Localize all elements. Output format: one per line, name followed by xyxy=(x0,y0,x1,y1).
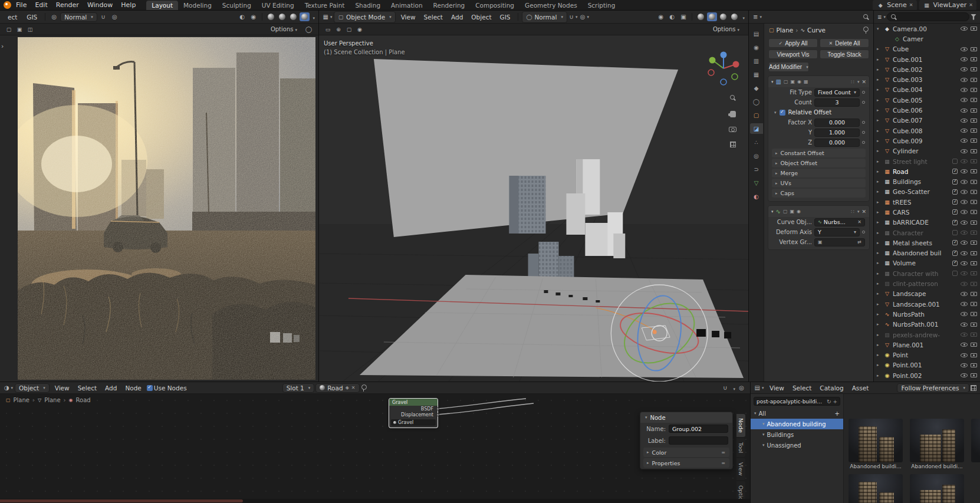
material-datablock-field[interactable]: Road ◈ ✕ xyxy=(315,383,359,393)
use-nodes-checkbox[interactable] xyxy=(147,385,153,391)
properties-tab[interactable] xyxy=(750,177,763,188)
disable-in-render-toggle[interactable] xyxy=(971,333,977,337)
hide-in-viewport-toggle[interactable] xyxy=(961,67,968,71)
shading-material-button[interactable] xyxy=(288,12,298,21)
disable-in-render-toggle[interactable] xyxy=(971,241,977,245)
unlink-material-icon[interactable]: ✕ xyxy=(351,385,356,390)
expand-arrow[interactable] xyxy=(877,98,883,103)
disable-in-render-toggle[interactable] xyxy=(971,149,977,153)
asset-card[interactable] xyxy=(849,474,903,503)
overlap-nodes-icon[interactable]: ◎ xyxy=(736,383,746,393)
properties-tab[interactable] xyxy=(750,42,763,52)
animate-dot[interactable] xyxy=(862,131,865,134)
outliner-row[interactable]: Landscape.001 xyxy=(874,299,980,309)
snap-magnet-icon[interactable]: ∪ xyxy=(568,12,578,22)
subpanel-arrow[interactable]: ▾ xyxy=(774,110,777,115)
workspace-tab[interactable]: UV Editing xyxy=(256,1,300,11)
exclude-checkbox[interactable] xyxy=(952,271,958,276)
animate-dot[interactable] xyxy=(862,91,865,94)
scene-unlink-icon[interactable]: ✕ xyxy=(909,2,913,8)
disable-in-render-toggle[interactable] xyxy=(971,67,977,71)
disable-in-render-toggle[interactable] xyxy=(971,373,977,377)
node-group-datablock[interactable]: Gravel xyxy=(391,419,436,426)
transform-orientation-dropdown[interactable]: ◯ Normal xyxy=(522,11,567,23)
hide-in-viewport-toggle[interactable] xyxy=(961,180,968,184)
editor-type-icon[interactable]: ▤ xyxy=(754,383,764,393)
workspace-tab[interactable]: Sculpting xyxy=(217,1,256,11)
editor-type-icon[interactable]: ◑ xyxy=(4,383,14,393)
shading-solid-button[interactable] xyxy=(707,12,717,21)
disable-in-render-toggle[interactable] xyxy=(971,323,977,327)
outliner-row[interactable]: Metal sheets xyxy=(874,238,980,248)
animate-dot[interactable] xyxy=(862,101,865,104)
disable-in-render-toggle[interactable] xyxy=(971,139,977,143)
asset-browser-menu[interactable]: View xyxy=(765,384,788,392)
hide-in-viewport-toggle[interactable] xyxy=(961,47,968,51)
expand-arrow[interactable] xyxy=(877,87,883,92)
exclude-checkbox[interactable] xyxy=(952,179,958,185)
animate-dot[interactable] xyxy=(862,141,865,144)
modifier-subpanel[interactable]: ▸ Constant Offset xyxy=(772,149,866,157)
hide-in-viewport-toggle[interactable] xyxy=(961,200,968,204)
workspace-tab[interactable]: Rendering xyxy=(428,1,471,11)
expand-arrow[interactable] xyxy=(877,353,883,357)
expand-arrow[interactable] xyxy=(877,231,883,235)
expand-arrow[interactable] xyxy=(877,363,883,367)
outliner-row[interactable]: NurbsPath xyxy=(874,309,980,319)
hide-in-viewport-toggle[interactable] xyxy=(961,333,968,337)
disable-in-render-toggle[interactable] xyxy=(971,302,977,306)
expand-arrow[interactable] xyxy=(877,241,883,245)
outliner-row[interactable]: Point.001 xyxy=(874,360,980,370)
factor-z-field[interactable]: 0.000 xyxy=(814,139,860,147)
snap-magnet-icon[interactable]: ∪ xyxy=(720,383,730,393)
disable-in-render-toggle[interactable] xyxy=(971,271,977,275)
expand-arrow[interactable] xyxy=(877,333,883,337)
outliner-row[interactable]: tREES xyxy=(874,197,980,207)
viewport-vis-button[interactable]: Viewport Vis xyxy=(768,50,818,59)
zoom-icon[interactable] xyxy=(729,94,736,101)
tool-setting-icon-3[interactable]: ◫ xyxy=(26,25,34,34)
workspace-tab[interactable]: Modeling xyxy=(178,1,217,11)
disable-in-render-toggle[interactable] xyxy=(971,231,977,235)
mode-dropdown[interactable]: ▢ Object Mode xyxy=(334,11,396,23)
expand-arrow[interactable] xyxy=(877,261,883,265)
node-title[interactable]: Gravel xyxy=(389,399,438,406)
outliner-row[interactable]: Cylinder xyxy=(874,146,980,156)
section-menu-icon[interactable]: ≡ xyxy=(721,461,726,466)
expand-arrow[interactable] xyxy=(877,291,883,296)
outliner-row[interactable]: clint-patterson xyxy=(874,278,980,288)
properties-tab[interactable] xyxy=(750,150,763,161)
topbar-menu[interactable]: File xyxy=(12,1,31,9)
rendered-scene[interactable] xyxy=(18,37,315,380)
hide-in-viewport-toggle[interactable] xyxy=(961,241,968,245)
editor-type-icon[interactable]: ≣ xyxy=(752,12,762,22)
expand-arrow[interactable] xyxy=(877,47,883,51)
options-menu[interactable]: Options xyxy=(709,25,744,33)
animate-dot[interactable] xyxy=(862,121,865,124)
expand-arrow[interactable] xyxy=(877,27,883,31)
show-gizmo-icon[interactable]: ◉ xyxy=(656,12,666,22)
hide-in-viewport-toggle[interactable] xyxy=(961,139,968,143)
properties-tab[interactable] xyxy=(750,96,763,107)
disable-in-render-toggle[interactable] xyxy=(971,169,977,173)
show-gizmo-icon[interactable]: ◐ xyxy=(237,12,247,22)
edit-mode-toggle[interactable]: ▢ xyxy=(784,79,788,84)
hide-in-viewport-toggle[interactable] xyxy=(961,312,968,316)
properties-tab[interactable] xyxy=(750,55,763,66)
output-socket[interactable] xyxy=(436,413,439,416)
properties-tab[interactable] xyxy=(750,69,763,80)
outliner-row[interactable]: Cube.002 xyxy=(874,64,980,74)
catalog-row[interactable]: ▾ Buildings + xyxy=(751,429,843,440)
pin-icon[interactable] xyxy=(361,384,367,392)
clear-object-icon[interactable]: ✕ xyxy=(857,219,861,225)
modifier-subpanel[interactable]: ▸ Caps xyxy=(772,189,866,198)
disable-in-render-toggle[interactable] xyxy=(971,282,977,286)
edit-mode-toggle[interactable]: ▢ xyxy=(783,209,788,214)
node-label-input[interactable] xyxy=(669,436,728,445)
outliner-row[interactable]: Road xyxy=(874,166,980,176)
show-overlays-icon[interactable]: ◉ xyxy=(248,12,258,22)
refresh-library-icon[interactable]: ↻ xyxy=(827,399,831,405)
sidebar-tab[interactable]: Node xyxy=(736,414,745,437)
hide-in-viewport-toggle[interactable] xyxy=(961,231,968,235)
asset-card[interactable]: Abandoned buildi... xyxy=(910,419,964,469)
